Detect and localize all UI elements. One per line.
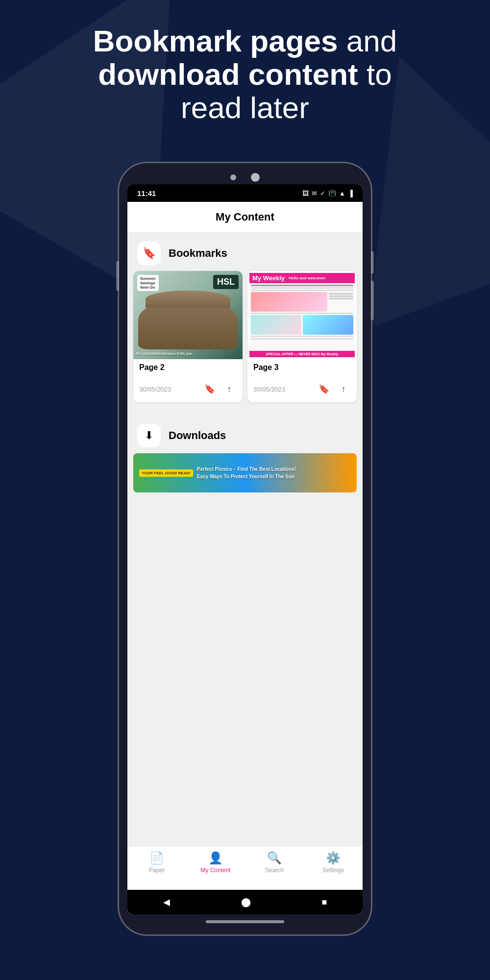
bookmark-card-1-info: Page 2 30/05/2023 🔖 ↑ (133, 359, 243, 402)
bookmark-image-2: My Weekly Hello and welcome! (247, 271, 357, 359)
top-bar: My Content (127, 202, 363, 233)
status-bar: 11:41 🖼 ✉ ✓ 📳 ▲ ▐ (127, 184, 363, 202)
phone-screen: 11:41 🖼 ✉ ✓ 📳 ▲ ▐ My Content 🔖 Book (127, 184, 363, 914)
myweekly-img-row-1 (251, 292, 353, 312)
app-content: My Content 🔖 Bookmarks SummerSavingsNow … (127, 202, 363, 914)
download-headline-2: Easy Ways To Protect Yourself In The Sun (197, 474, 351, 479)
downloads-section: ⬇ Downloads YOUR FEEL GOOD READ! Perfect… (127, 410, 363, 492)
hsl-logo: HSL (213, 275, 239, 289)
myweekly-line-4 (251, 313, 353, 314)
camera-dot-main (251, 173, 260, 182)
bookmark-card-1[interactable]: SummerSavingsNow On HSL It's comfortable… (133, 271, 243, 402)
wifi-icon: ▲ (339, 190, 345, 197)
settings-nav-label: Settings (322, 867, 343, 874)
download-badge: YOUR FEEL GOOD READ! (139, 469, 193, 477)
hsl-tagline: It's comfortable because it fits you. (136, 352, 240, 355)
downloads-section-header: ⬇ Downloads (127, 415, 363, 453)
power-button (371, 251, 374, 273)
myweekly-header: My Weekly Hello and welcome! (249, 273, 355, 283)
nav-item-settings[interactable]: ⚙️ Settings (304, 851, 363, 874)
bookmark-card-2-info: Page 3 30/05/2023 🔖 ↑ (247, 359, 357, 402)
scroll-content[interactable]: 🔖 Bookmarks SummerSavingsNow On HSL It's… (127, 233, 363, 846)
camera-dot-left (230, 174, 236, 180)
volume-button (116, 261, 119, 291)
side-button-2 (371, 281, 374, 320)
nav-item-search[interactable]: 🔍 Search (245, 851, 304, 874)
search-nav-label: Search (265, 867, 284, 874)
check-icon: ✓ (320, 190, 325, 197)
bookmark-actions-2: 🔖 ↑ (317, 382, 351, 396)
my-content-nav-label: My Content (200, 867, 230, 874)
nav-item-my-content[interactable]: 👤 My Content (186, 851, 245, 874)
downloads-title: Downloads (169, 429, 226, 442)
bookmark-page-2: Page 3 (253, 363, 351, 372)
bookmarks-section-header: 🔖 Bookmarks (127, 233, 363, 271)
bookmarks-title: Bookmarks (169, 247, 227, 260)
phone-frame: 11:41 🖼 ✉ ✓ 📳 ▲ ▐ My Content 🔖 Book (118, 162, 372, 936)
downloads-icon: ⬇ (137, 424, 161, 447)
email-icon: ✉ (312, 190, 317, 197)
myweekly-img-1 (251, 292, 327, 312)
vibrate-icon: 📳 (328, 190, 336, 197)
bottom-nav: 📄 Paper 👤 My Content 🔍 Search ⚙️ Setting… (127, 846, 363, 890)
camera-area (230, 173, 260, 182)
bookmark-save-btn-1[interactable]: 🔖 (202, 382, 217, 396)
search-nav-icon: 🔍 (267, 851, 282, 865)
my-content-nav-icon: 👤 (208, 851, 223, 865)
myweekly-line-6 (251, 338, 353, 340)
paper-nav-icon: 📄 (149, 851, 164, 865)
myweekly-line-1 (251, 285, 353, 286)
bookmark-actions-1: 🔖 ↑ (202, 382, 237, 396)
myweekly-line-2 (251, 287, 353, 289)
home-button[interactable]: ⬤ (241, 897, 251, 907)
paper-nav-label: Paper (149, 867, 165, 874)
hsl-ad: SummerSavingsNow On HSL It's comfortable… (133, 271, 243, 359)
hsl-chair (138, 300, 238, 349)
bookmark-card-2[interactable]: My Weekly Hello and welcome! (247, 271, 357, 402)
myweekly-img-row-2 (251, 315, 353, 335)
android-nav-bar: ◀ ⬤ ■ (127, 890, 363, 914)
hsl-savings-text: SummerSavingsNow On (137, 275, 159, 291)
hero-heading: Bookmark pages and download content to r… (29, 24, 461, 125)
nav-item-paper[interactable]: 📄 Paper (127, 851, 186, 874)
status-time: 11:41 (137, 189, 156, 197)
bookmark-page-1: Page 2 (139, 363, 237, 372)
bookmark-meta-1: 30/05/2023 🔖 ↑ (139, 382, 237, 396)
status-icons: 🖼 ✉ ✓ 📳 ▲ ▐ (302, 190, 353, 197)
bookmarks-grid: SummerSavingsNow On HSL It's comfortable… (127, 271, 363, 410)
myweekly-img-3 (303, 315, 353, 335)
phone-bottom-pill (206, 920, 284, 923)
hero-section: Bookmark pages and download content to r… (0, 24, 490, 125)
battery-icon: ▐ (348, 190, 353, 197)
bookmarks-icon: 🔖 (137, 242, 161, 265)
recents-button[interactable]: ■ (322, 897, 327, 907)
bookmark-share-btn-1[interactable]: ↑ (222, 382, 237, 396)
bookmark-meta-2: 30/05/2023 🔖 ↑ (253, 382, 351, 396)
myweekly-img-2 (251, 315, 301, 335)
myweekly-footer: SPECIAL OFFER — NEVER MISS My Weekly (249, 351, 355, 357)
bookmark-save-btn-2[interactable]: 🔖 (317, 382, 331, 396)
bookmark-image-1: SummerSavingsNow On HSL It's comfortable… (133, 271, 243, 359)
screen-title: My Content (216, 211, 274, 223)
back-button[interactable]: ◀ (163, 897, 170, 907)
photo-icon: 🖼 (302, 190, 309, 197)
settings-nav-icon: ⚙️ (326, 851, 341, 865)
myweekly-line-3 (251, 290, 353, 291)
myweekly-content (249, 283, 355, 351)
download-headline-1: Perfect Picnics – Find The Best Location… (197, 466, 351, 472)
myweekly-line-5 (251, 336, 353, 337)
downloads-strip: YOUR FEEL GOOD READ! Perfect Picnics – F… (133, 453, 357, 492)
myweekly-ad: My Weekly Hello and welcome! (247, 271, 357, 359)
bookmark-date-2: 30/05/2023 (253, 386, 285, 393)
bookmark-date-1: 30/05/2023 (139, 386, 171, 393)
bookmark-share-btn-2[interactable]: ↑ (336, 382, 351, 396)
